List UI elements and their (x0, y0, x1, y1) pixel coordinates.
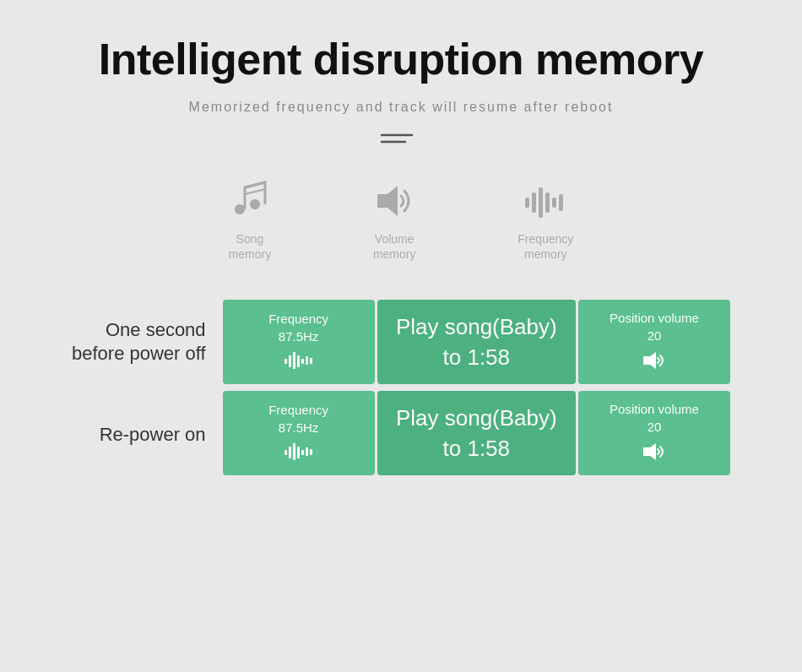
svg-marker-18 (643, 352, 656, 369)
svg-rect-15 (301, 359, 304, 364)
grid-row-2: Frequency87.5Hz Pla (223, 391, 730, 475)
grid-area: Frequency87.5Hz Pla (223, 300, 730, 477)
subtitle: Memorized frequency and track will resum… (189, 100, 614, 115)
music-note-icon (230, 177, 270, 225)
icons-row: Songmemory Volumememory (229, 177, 574, 262)
svg-line-3 (245, 189, 265, 194)
svg-marker-26 (643, 443, 656, 460)
cell-vol-1-text: Position volume20 (610, 309, 699, 344)
svg-rect-10 (559, 194, 563, 211)
song-memory-label: Songmemory (229, 231, 272, 262)
svg-rect-24 (306, 447, 308, 456)
speaker-icon-cell-2 (642, 441, 667, 466)
svg-rect-19 (284, 450, 287, 455)
cell-freq-2: Frequency87.5Hz (223, 391, 375, 475)
volume-memory-label: Volumememory (373, 231, 416, 262)
svg-rect-14 (297, 355, 300, 367)
table-section: One second before power off Re-power on … (72, 300, 730, 477)
grid-row-1: Frequency87.5Hz Pla (223, 300, 730, 384)
cell-song-2: Play song(Baby)to 1:58 (377, 391, 576, 475)
cell-freq-1-text: Frequency87.5Hz (268, 310, 328, 345)
waveform-icon (523, 184, 567, 225)
speaker-icon-cell-1 (642, 350, 667, 375)
cell-vol-2: Position volume20 (578, 391, 730, 475)
svg-rect-23 (301, 450, 304, 455)
row-label-repower: Re-power on (72, 393, 214, 477)
cell-freq-2-text: Frequency87.5Hz (268, 401, 328, 436)
main-title: Intelligent disruption memory (99, 34, 703, 84)
svg-rect-7 (539, 187, 543, 218)
svg-rect-11 (284, 359, 287, 364)
svg-rect-25 (310, 449, 312, 455)
row-labels: One second before power off Re-power on (72, 300, 214, 477)
frequency-memory-icon-item: Frequencymemory (518, 184, 573, 262)
cell-song-2-text: Play song(Baby)to 1:58 (396, 403, 557, 464)
svg-rect-13 (293, 352, 295, 369)
svg-rect-17 (310, 358, 312, 364)
svg-rect-16 (306, 356, 308, 365)
svg-rect-22 (297, 447, 300, 458)
cell-song-1: Play song(Baby)to 1:58 (377, 300, 576, 384)
svg-rect-6 (532, 192, 536, 213)
row-label-poweroff: One second before power off (72, 300, 214, 384)
svg-rect-12 (289, 355, 291, 367)
svg-rect-9 (552, 198, 556, 208)
page-container: Intelligent disruption memory Memorized … (0, 0, 802, 672)
svg-rect-8 (545, 192, 550, 213)
svg-line-2 (245, 182, 265, 187)
waveform-icon-cell-2 (284, 442, 313, 465)
svg-rect-20 (289, 447, 291, 458)
cell-vol-2-text: Position volume20 (610, 400, 699, 436)
cell-song-1-text: Play song(Baby)to 1:58 (396, 312, 557, 373)
svg-rect-5 (525, 198, 529, 208)
menu-icon (380, 132, 422, 152)
svg-rect-21 (293, 443, 295, 460)
frequency-memory-label: Frequencymemory (518, 231, 573, 262)
cell-vol-1: Position volume20 (578, 300, 730, 384)
cell-freq-1: Frequency87.5Hz (223, 300, 375, 384)
speaker-icon (372, 181, 416, 225)
svg-marker-4 (377, 186, 398, 216)
song-memory-icon-item: Songmemory (229, 177, 272, 262)
waveform-icon-cell-1 (284, 350, 313, 374)
volume-memory-icon-item: Volumememory (372, 181, 416, 262)
